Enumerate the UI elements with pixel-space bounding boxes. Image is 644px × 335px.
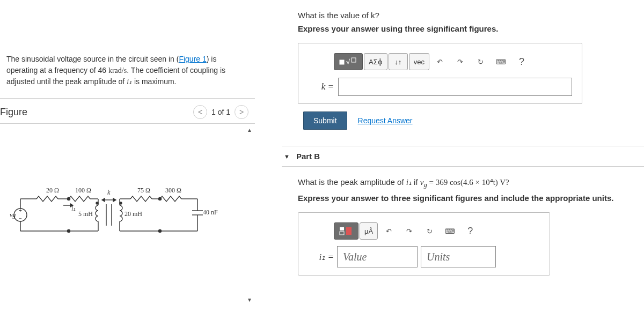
i1-equals-label: i₁ = — [312, 251, 334, 263]
keyboard-button[interactable]: ⌨ — [492, 53, 511, 70]
k-equals-label: k = — [312, 81, 334, 92]
svg-text:−: − — [19, 215, 22, 221]
svg-point-28 — [159, 230, 162, 233]
collapse-icon: ▼ — [284, 153, 290, 160]
format-button[interactable] — [334, 222, 358, 240]
svg-text:40 nF: 40 nF — [203, 209, 218, 216]
k-answer-input[interactable] — [338, 78, 572, 96]
submit-button[interactable]: Submit — [303, 111, 347, 130]
svg-text:20 Ω: 20 Ω — [46, 187, 59, 194]
svg-text:5 mH: 5 mH — [78, 210, 93, 218]
figure-link[interactable]: Figure 1 — [179, 55, 206, 63]
problem-statement: The sinusoidal voltage source in the cir… — [0, 43, 255, 99]
svg-rect-41 — [340, 60, 344, 64]
part-b-header[interactable]: ▼ Part B — [282, 146, 644, 167]
redo-button-b[interactable]: ↷ — [399, 222, 419, 240]
scroll-down-icon[interactable]: ▼ — [246, 297, 253, 303]
vec-button[interactable]: vec — [409, 53, 429, 70]
keyboard-button-b[interactable]: ⌨ — [440, 222, 459, 240]
help-button[interactable]: ? — [512, 53, 531, 70]
help-button-b[interactable]: ? — [460, 222, 480, 240]
figure-nav: < 1 of 1 > — [193, 105, 248, 119]
figure-title: Figure — [0, 107, 27, 118]
request-answer-link[interactable]: Request Answer — [358, 116, 413, 125]
freq-unit: krad/s — [108, 66, 127, 75]
templates-button[interactable]: √ — [334, 53, 363, 70]
svg-text:√: √ — [346, 58, 350, 66]
i1-symbol: i₁ — [127, 78, 132, 86]
svg-text:k: k — [107, 189, 111, 196]
template-icon: √ — [339, 57, 358, 66]
svg-text:300 Ω: 300 Ω — [165, 187, 181, 194]
problem-text-4: is maximum. — [132, 77, 176, 86]
units-input[interactable]: Units — [421, 246, 496, 267]
figure-nav-label: 1 of 1 — [211, 108, 230, 116]
circuit-diagram: + − — [10, 183, 235, 247]
subsup-button[interactable]: ↓↑ — [389, 53, 408, 70]
part-b-answer-area: μÅ ↶ ↷ ↻ ⌨ ? i₁ = Value Units — [298, 212, 550, 276]
undo-button[interactable]: ↶ — [430, 53, 450, 70]
scroll-up-icon[interactable]: ▲ — [246, 127, 253, 133]
svg-rect-46 — [346, 227, 352, 235]
part-a-question: What is the value of k? — [298, 11, 644, 20]
format-icon — [339, 226, 354, 236]
redo-button[interactable]: ↷ — [451, 53, 470, 70]
value-input[interactable]: Value — [337, 246, 418, 267]
figure-prev-button[interactable]: < — [193, 105, 207, 119]
reset-button[interactable]: ↻ — [471, 53, 491, 70]
part-a-answer-area: √ ΑΣϕ ↓↑ vec ↶ ↷ ↻ ⌨ ? k = — [298, 43, 582, 104]
svg-point-14 — [68, 230, 70, 233]
svg-text:20 mH: 20 mH — [125, 210, 142, 218]
svg-text:i₁: i₁ — [71, 205, 76, 212]
reset-button-b[interactable]: ↻ — [420, 222, 439, 240]
svg-rect-44 — [340, 227, 344, 230]
greek-button[interactable]: ΑΣϕ — [364, 53, 387, 70]
undo-button-b[interactable]: ↶ — [379, 222, 398, 240]
svg-rect-45 — [340, 232, 344, 235]
svg-text:75 Ω: 75 Ω — [137, 187, 150, 194]
svg-text:100 Ω: 100 Ω — [75, 187, 91, 194]
part-b-question: What is the peak amplitude of i₁ if vg =… — [298, 177, 644, 189]
svg-rect-43 — [352, 58, 356, 62]
figure-next-button[interactable]: > — [235, 105, 248, 119]
problem-text-1: The sinusoidal voltage source in the cir… — [6, 55, 179, 63]
svg-text:vg: vg — [10, 211, 16, 219]
units-button[interactable]: μÅ — [360, 222, 378, 240]
part-a-instruction: Express your answer using three signific… — [298, 24, 644, 33]
part-b-title: Part B — [296, 152, 320, 161]
part-b-instruction: Express your answer to three significant… — [298, 193, 644, 203]
